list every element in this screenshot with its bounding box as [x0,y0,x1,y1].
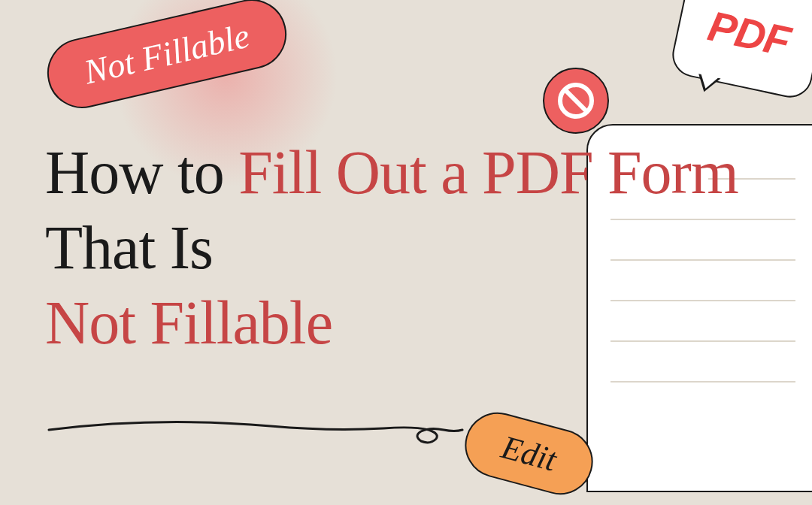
decorative-underline [45,407,466,452]
not-fillable-badge: Not Fillable [41,0,293,115]
heading-part-4: Not Fillable [45,289,332,357]
prohibited-icon [543,68,609,134]
badge-label: Not Fillable [80,17,253,92]
badge-label: Edit [498,428,561,478]
heading-part-1: How to [45,138,238,207]
main-heading: How to Fill Out a PDF Form That Is Not F… [45,135,812,361]
heading-part-2: Fill Out a PDF Form [238,138,738,207]
prohibited-symbol [558,83,594,119]
pdf-label: PDF [704,1,794,65]
heading-part-3: That Is [45,213,213,282]
paper-line [611,381,795,383]
edit-badge: Edit [457,405,600,502]
pdf-speech-bubble: PDF [668,0,812,101]
